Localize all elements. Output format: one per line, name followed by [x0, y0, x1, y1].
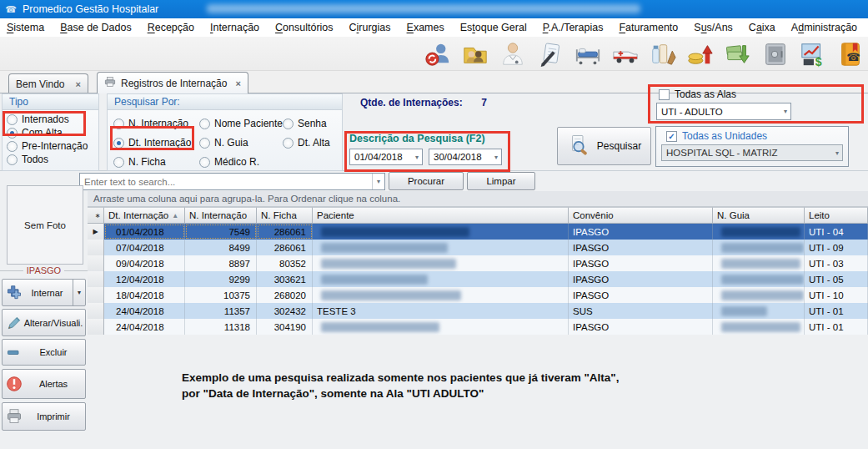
- menu-item-caixa[interactable]: Caixa: [749, 22, 775, 33]
- pharmacy-icon[interactable]: [649, 40, 677, 68]
- procurar-button[interactable]: Procurar: [389, 172, 464, 190]
- excluir-button[interactable]: Excluir: [2, 339, 86, 366]
- date-to-dropdown[interactable]: 30/04/2018 ▾: [429, 149, 502, 165]
- column-header-conv-nio[interactable]: Convênio: [569, 207, 713, 224]
- grid-search-combo[interactable]: ▾: [79, 173, 385, 190]
- pesquisar-button[interactable]: Pesquisar: [557, 127, 651, 165]
- menu-item-recep-o[interactable]: Recepção: [148, 22, 194, 33]
- menu-item-estoque-geral[interactable]: Estoque Geral: [460, 22, 527, 33]
- limpar-button[interactable]: Limpar: [467, 172, 535, 190]
- ala-selected-value: UTI - ADULTO: [661, 107, 723, 117]
- menu-item-exames[interactable]: Exames: [407, 22, 444, 33]
- radio-icon: [7, 128, 18, 139]
- radio-pesquisar-por-nome-paciente[interactable]: Nome Paciente: [199, 118, 283, 129]
- radio-tipo-internados[interactable]: Internados: [7, 114, 98, 125]
- grid-row[interactable]: 18/04/201810375268020IPASGOUTI - 10: [88, 287, 868, 303]
- chevron-down-icon: ▾: [415, 154, 422, 161]
- patient-records-icon[interactable]: [461, 40, 489, 68]
- internar-button[interactable]: Internar▾: [2, 279, 86, 306]
- phonebook-icon[interactable]: ☎: [836, 40, 865, 68]
- menu-item-administra-o[interactable]: Administração: [791, 22, 857, 33]
- pesquisar-por-panel: Pesquisar Por: N. InternaçãoNome Pacient…: [107, 93, 343, 171]
- unidade-dropdown[interactable]: HOSPITAL SQL - MATRIZ ▾: [661, 144, 843, 161]
- grid-row[interactable]: 24/04/201811318304190IPASGOUTI - 01: [88, 319, 868, 335]
- grid-row[interactable]: 09/04/2018889780352IPASGOUTI - 03: [88, 255, 868, 271]
- column-header-n-interna-o[interactable]: N. Internação: [185, 207, 257, 224]
- grid-select-all-cell[interactable]: ∗: [88, 207, 104, 224]
- expenses-icon[interactable]: [686, 40, 715, 68]
- revenue-icon[interactable]: [724, 40, 752, 68]
- column-header-n-guia[interactable]: N. Guia: [713, 207, 805, 224]
- column-header-leito[interactable]: Leito: [805, 207, 868, 224]
- doctor-icon[interactable]: [499, 40, 527, 68]
- cell-n-ficha: 303621: [257, 271, 313, 287]
- alert-icon: [5, 375, 23, 393]
- menu-item-sistema[interactable]: Sistema: [7, 22, 44, 33]
- menu-item-consult-rios[interactable]: Consultórios: [275, 22, 333, 33]
- cell-paciente: [313, 287, 569, 303]
- column-header-n-ficha[interactable]: N. Ficha: [257, 207, 313, 224]
- button-label: Alterar/Visuali.: [23, 318, 85, 328]
- date-to-value: 30/04/2018: [434, 152, 482, 162]
- radio-pesquisar-por-n-interna-o[interactable]: N. Internação: [113, 118, 199, 129]
- menu-item-faturamento[interactable]: Faturamento: [619, 22, 678, 33]
- menu-item-base-de-dados[interactable]: Base de Dados: [60, 22, 131, 33]
- alterar-visuali-button[interactable]: Alterar/Visuali.: [2, 309, 86, 336]
- todas-as-unidades-checkbox[interactable]: ✓ Todas as Unidades: [666, 130, 848, 142]
- qtde-value: 7: [481, 97, 487, 108]
- prescription-icon[interactable]: [536, 40, 564, 68]
- menu-item-cirurgias[interactable]: Cirurgias: [349, 22, 391, 33]
- todas-as-alas-checkbox[interactable]: Todas as Alas: [659, 88, 736, 100]
- radio-tipo-com-alta[interactable]: Com Alta: [7, 127, 98, 139]
- radio-tipo-todos[interactable]: Todos: [7, 154, 98, 165]
- close-icon[interactable]: ×: [236, 78, 241, 88]
- menu-item-sus-ans[interactable]: Sus/Ans: [694, 22, 733, 33]
- radio-pesquisar-por-n-guia[interactable]: N. Guia: [199, 137, 283, 149]
- menu-item-interna-o[interactable]: Internação: [210, 22, 259, 33]
- search-input[interactable]: [80, 177, 372, 187]
- column-header-label: Paciente: [317, 210, 354, 220]
- column-header-label: N. Guia: [717, 210, 750, 220]
- grid-row[interactable]: 07/04/20188499286061IPASGOUTI - 09: [88, 240, 868, 255]
- menu-item-p-a-terapias[interactable]: P.A./Terapias: [543, 22, 604, 33]
- grid-row[interactable]: 12/04/20189299303621IPASGOUTI - 05: [88, 271, 868, 287]
- column-header-paciente[interactable]: Paciente: [313, 207, 569, 224]
- chevron-down-icon[interactable]: ▾: [372, 174, 384, 189]
- group-by-box[interactable]: Arraste uma coluna aqui para agrupa-la. …: [88, 191, 868, 207]
- grid-row[interactable]: 24/04/201811357302432TESTE 3SUSUTI - 01: [88, 303, 868, 319]
- date-from-dropdown[interactable]: 01/04/2018 ▾: [349, 149, 423, 165]
- window-title: Promedico Gestão Hospitalar: [23, 3, 158, 15]
- cell-n-guia: [713, 287, 805, 303]
- finance-chart-icon[interactable]: $: [799, 40, 827, 68]
- hospital-bed-icon[interactable]: [574, 40, 602, 68]
- cell-paciente: [313, 240, 569, 255]
- tab-registros-de-internacao[interactable]: Registros de Internação ×: [97, 72, 248, 93]
- tab-bem-vindo[interactable]: Bem Vindo ×: [8, 73, 88, 93]
- radio-pesquisar-por-n-ficha[interactable]: N. Ficha: [113, 156, 199, 168]
- radio-tipo-pre-interna-o[interactable]: Pre-Internação: [7, 140, 98, 152]
- radio-pesquisar-por-dt-alta[interactable]: Dt. Alta: [283, 137, 338, 149]
- sync-patients-icon[interactable]: [424, 40, 452, 68]
- add-icon: [5, 284, 23, 302]
- imprimir-button[interactable]: Imprimir: [2, 402, 86, 431]
- alertas-button[interactable]: Alertas: [2, 369, 86, 399]
- chevron-down-icon[interactable]: ▾: [73, 280, 85, 305]
- radio-label: Médico R.: [214, 156, 259, 168]
- main-content: Tipo InternadosCom AltaPre-InternaçãoTod…: [0, 93, 868, 449]
- radio-pesquisar-por-senha[interactable]: Senha: [283, 118, 338, 129]
- cell-n-guia: [713, 319, 805, 335]
- close-icon[interactable]: ×: [76, 79, 81, 89]
- ala-dropdown[interactable]: UTI - ADULTO ▾: [656, 103, 791, 120]
- cell-convenio: IPASGO: [569, 319, 713, 335]
- pesquisar-por-options: N. InternaçãoNome PacienteSenhaDt. Inter…: [113, 118, 342, 168]
- radio-pesquisar-por-m-dico-r[interactable]: Médico R.: [199, 156, 283, 168]
- cell-n-ficha: 268020: [257, 287, 313, 303]
- grid-row[interactable]: ▶01/04/20187549286061IPASGOUTI - 04: [88, 224, 868, 240]
- safe-icon[interactable]: [761, 40, 790, 68]
- radio-label: Pre-Internação: [22, 140, 88, 152]
- toolbar: $☎: [0, 37, 868, 71]
- radio-pesquisar-por-dt-interna-o[interactable]: Dt. Internação: [113, 137, 199, 149]
- radio-icon: [199, 138, 210, 149]
- ambulance-icon[interactable]: [611, 40, 640, 68]
- column-header-dt-interna-o[interactable]: Dt. Internação▲: [104, 207, 185, 224]
